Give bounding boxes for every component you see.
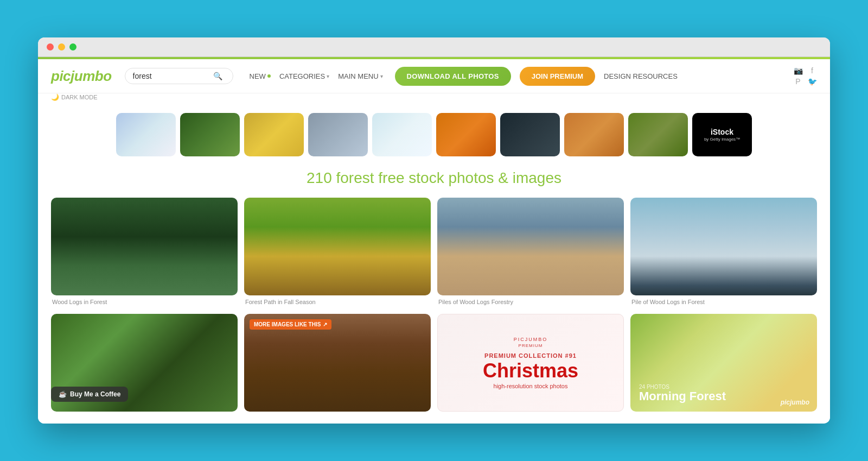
nav-links: NEW CATEGORIES ▾ MAIN MENU ▾ bbox=[246, 70, 386, 83]
photo-title-3: Piles of Wood Logs Forestry bbox=[437, 299, 624, 305]
buy-me-coffee-button[interactable]: ☕ Buy Me a Coffee bbox=[51, 387, 128, 402]
photo-card-5[interactable]: ☕ Buy Me a Coffee bbox=[51, 314, 238, 415]
download-all-button[interactable]: DOWNLOAD ALL PHOTOS bbox=[395, 67, 511, 86]
thumb-aerial-fields[interactable] bbox=[628, 113, 688, 156]
search-input[interactable] bbox=[133, 72, 209, 80]
browser-titlebar bbox=[38, 37, 830, 57]
site-logo[interactable]: picjumbo bbox=[51, 68, 112, 85]
thumb-dark-pine[interactable] bbox=[500, 113, 560, 156]
thumb-golden-fields[interactable] bbox=[244, 113, 304, 156]
photo-img-1 bbox=[51, 198, 238, 295]
photo-title-1: Wood Logs in Forest bbox=[51, 299, 238, 305]
photo-img-2 bbox=[244, 198, 431, 295]
new-dot bbox=[267, 74, 271, 78]
close-button[interactable] bbox=[47, 43, 54, 50]
premium-label: PREMIUM bbox=[519, 343, 543, 348]
premium-collection-card[interactable]: picjumbo PREMIUM PREMIUM COLLECTION #91 … bbox=[437, 314, 624, 412]
thumb-train-forest[interactable] bbox=[180, 113, 240, 156]
thumb-istock[interactable]: iStock by Getty Images™ bbox=[692, 113, 752, 156]
traffic-lights bbox=[47, 43, 76, 50]
browser-content: picjumbo 🔍 NEW CATEGORIES ▾ MAIN MENU ▾ bbox=[38, 57, 830, 424]
search-box: 🔍 bbox=[125, 68, 233, 84]
hires-description: high-resolution stock photos bbox=[494, 383, 568, 389]
thumbnail-strip: iStock by Getty Images™ bbox=[38, 104, 830, 165]
christmas-heading: Christmas bbox=[483, 361, 578, 381]
more-images-badge[interactable]: MORE IMAGES LIKE THIS ↗ bbox=[250, 319, 331, 330]
moon-icon: 🌙 bbox=[51, 93, 59, 101]
photo-grid-row2: ☕ Buy Me a Coffee MORE IMAGES LIKE THIS … bbox=[38, 314, 830, 424]
photo-grid-row1: Wood Logs in Forest Forest Path in Fall … bbox=[38, 198, 830, 314]
thumb-arch-monument[interactable] bbox=[308, 113, 368, 156]
morning-brand: picjumbo bbox=[781, 399, 809, 406]
photo-card-premium[interactable]: picjumbo PREMIUM PREMIUM COLLECTION #91 … bbox=[437, 314, 624, 415]
photo-card-1[interactable]: Wood Logs in Forest bbox=[51, 198, 238, 305]
join-premium-button[interactable]: JOIN PREMIUM bbox=[520, 67, 595, 86]
results-heading: 210 forest free stock photos & images bbox=[38, 165, 830, 198]
photo-card-morning[interactable]: 24 PHOTOS Morning Forest picjumbo bbox=[630, 314, 817, 415]
nav-categories[interactable]: CATEGORIES ▾ bbox=[276, 70, 333, 83]
mainmenu-chevron: ▾ bbox=[380, 73, 383, 79]
search-button[interactable]: 🔍 bbox=[213, 72, 222, 80]
photo-img-4 bbox=[630, 198, 817, 295]
twitter-icon[interactable]: 🐦 bbox=[807, 77, 817, 86]
thumb-girl-hat[interactable] bbox=[116, 113, 176, 156]
pinterest-icon[interactable]: P bbox=[793, 77, 803, 86]
photo-card-4[interactable]: Pile of Wood Logs in Forest bbox=[630, 198, 817, 305]
picjumbo-brand: picjumbo bbox=[514, 337, 548, 342]
thumb-snowy-trees[interactable] bbox=[372, 113, 432, 156]
morning-forest-card[interactable]: 24 PHOTOS Morning Forest picjumbo bbox=[630, 314, 817, 412]
photo-card-2[interactable]: Forest Path in Fall Season bbox=[244, 198, 431, 305]
nav-new[interactable]: NEW bbox=[246, 70, 274, 83]
browser-window: picjumbo 🔍 NEW CATEGORIES ▾ MAIN MENU ▾ bbox=[38, 37, 830, 424]
photo-card-3[interactable]: Piles of Wood Logs Forestry bbox=[437, 198, 624, 305]
photo-card-6[interactable]: MORE IMAGES LIKE THIS ↗ bbox=[244, 314, 431, 415]
design-resources-link[interactable]: DESIGN RESOURCES bbox=[604, 72, 678, 80]
thumb-sunset-forest[interactable] bbox=[436, 113, 496, 156]
fullscreen-button[interactable] bbox=[69, 43, 76, 50]
instagram-icon[interactable]: 📷 bbox=[793, 66, 803, 75]
minimize-button[interactable] bbox=[58, 43, 65, 50]
photo-title-2: Forest Path in Fall Season bbox=[244, 299, 431, 305]
navigation: picjumbo 🔍 NEW CATEGORIES ▾ MAIN MENU ▾ bbox=[38, 59, 830, 93]
social-links: 📷 f P 🐦 bbox=[793, 66, 817, 86]
coffee-icon: ☕ bbox=[59, 390, 67, 398]
thumb-wood-logs[interactable] bbox=[564, 113, 624, 156]
facebook-icon[interactable]: f bbox=[807, 66, 817, 75]
dark-mode-toggle[interactable]: 🌙 DARK MODE bbox=[38, 93, 830, 104]
photo-title-4: Pile of Wood Logs in Forest bbox=[630, 299, 817, 305]
categories-chevron: ▾ bbox=[327, 73, 329, 79]
external-link-icon: ↗ bbox=[323, 321, 327, 327]
collection-number: PREMIUM COLLECTION #91 bbox=[484, 352, 577, 359]
photo-img-3 bbox=[437, 198, 624, 295]
nav-main-menu[interactable]: MAIN MENU ▾ bbox=[335, 70, 386, 83]
